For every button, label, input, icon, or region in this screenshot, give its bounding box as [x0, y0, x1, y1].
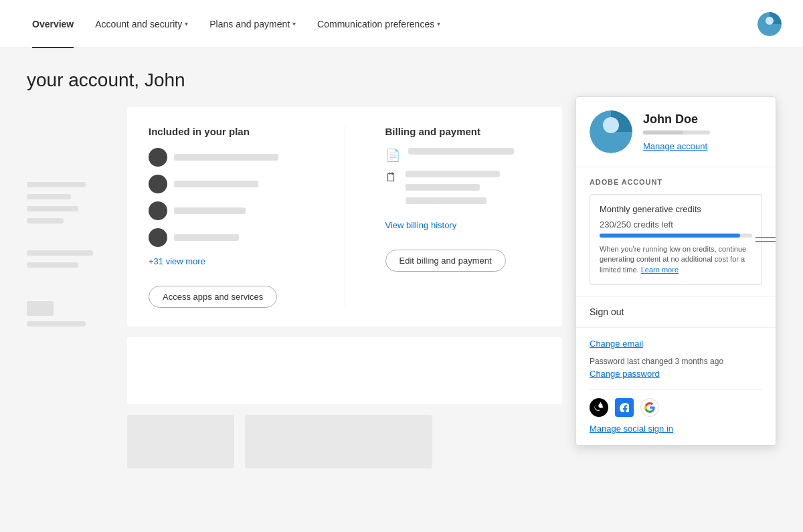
skeleton: [27, 194, 71, 199]
chevron-down-icon: ▾: [185, 20, 188, 27]
plan-item-1: [149, 148, 304, 167]
skeleton: [27, 206, 78, 211]
manage-account-link[interactable]: Manage account: [643, 141, 707, 151]
plan-billing-card: Included in your plan: [127, 107, 562, 327]
access-apps-button[interactable]: Access apps and services: [149, 286, 277, 308]
profile-progress-fill: [643, 130, 683, 135]
tab-account-security[interactable]: Account and security ▾: [84, 0, 199, 48]
side-panel: John Doe Manage account ADOBE ACCOUNT Mo…: [575, 96, 776, 446]
billing-item-2: 🗒: [385, 171, 541, 211]
left-sidebar: [27, 182, 100, 333]
skeleton: [27, 262, 78, 268]
plan-item-2: [149, 175, 304, 193]
plan-item-4: [149, 228, 304, 247]
svg-point-3: [603, 117, 619, 133]
skeleton-card: [245, 415, 432, 468]
manage-social-link[interactable]: Manage social sign in: [590, 424, 673, 434]
billing-section: Billing and payment 📄 🗒: [385, 126, 541, 308]
bottom-section: [127, 337, 562, 404]
profile-avatar: [590, 110, 632, 153]
user-name: John Doe: [643, 112, 710, 126]
adobe-section-title: ADOBE ACCOUNT: [590, 178, 762, 186]
billing-item-1: 📄: [385, 148, 541, 163]
plan-item-icon: [149, 201, 167, 220]
main-card-area: Included in your plan: [127, 107, 562, 468]
change-email-link[interactable]: Change email: [590, 339, 762, 349]
view-billing-history-link[interactable]: View billing history: [385, 220, 457, 230]
credits-progress-section: A B: [600, 234, 752, 238]
plan-item-icon: [149, 175, 167, 193]
credits-description: When you're running low on credits, cont…: [600, 244, 752, 275]
divider: [590, 389, 762, 390]
credits-progress-bg: [600, 234, 752, 238]
skeleton: [27, 218, 64, 224]
view-more-link[interactable]: +31 view more: [149, 256, 205, 266]
apple-icon: [590, 398, 608, 417]
section-divider: [345, 126, 345, 308]
profile-section: John Doe Manage account: [576, 97, 776, 167]
tab-plans-payment[interactable]: Plans and payment ▾: [199, 0, 306, 48]
plan-item-3: [149, 201, 304, 220]
skeleton: [27, 250, 93, 256]
skeleton-card: [127, 415, 234, 468]
social-icons: [590, 398, 762, 417]
plan-item-icon: [149, 148, 167, 167]
account-details-section: Change email Password last changed 3 mon…: [576, 328, 776, 445]
skeleton: [174, 181, 258, 187]
bottom-cards-row: [127, 415, 562, 468]
learn-more-link[interactable]: Learn more: [641, 266, 679, 274]
profile-progress-bg: [643, 130, 710, 135]
billing-icon-2: 🗒: [385, 171, 397, 185]
edit-billing-button[interactable]: Edit billing and payment: [385, 250, 506, 272]
skeleton: [406, 171, 501, 177]
skeleton: [408, 148, 515, 155]
facebook-icon: [615, 398, 634, 417]
google-icon: [640, 398, 659, 417]
skeleton: [406, 184, 480, 191]
page-title: your account, John: [27, 70, 776, 91]
tab-communication[interactable]: Communication preferences ▾: [306, 0, 451, 48]
main-content: your account, John Included in your plan: [0, 48, 803, 532]
annotation-b: B: [755, 236, 776, 246]
skeleton: [174, 154, 278, 161]
plan-section: Included in your plan: [149, 126, 304, 308]
password-info: Password last changed 3 months ago: [590, 357, 762, 366]
credits-title: Monthly generative credits: [600, 204, 752, 214]
card-row: Included in your plan: [149, 126, 541, 308]
change-password-link[interactable]: Change password: [590, 369, 762, 379]
credits-card: Monthly generative credits 230/250 credi…: [590, 194, 762, 285]
bottom-card-1: [127, 337, 562, 404]
annotation-line-b: [755, 241, 776, 242]
billing-icon-1: 📄: [385, 148, 400, 163]
skeleton: [406, 197, 487, 204]
nav-bar: Overview Account and security ▾ Plans an…: [0, 0, 803, 48]
credits-amount: 230/250 credits left: [600, 219, 752, 230]
tab-overview[interactable]: Overview: [21, 0, 84, 48]
skeleton: [27, 301, 54, 316]
credits-progress-fill: [600, 234, 740, 238]
sign-out-section: Sign out: [576, 296, 776, 328]
plan-item-icon: [149, 228, 167, 247]
svg-point-1: [766, 17, 774, 25]
adobe-account-section: ADOBE ACCOUNT Monthly generative credits…: [576, 167, 776, 296]
skeleton: [27, 321, 86, 327]
skeleton: [174, 234, 239, 241]
chevron-down-icon: ▾: [292, 20, 296, 27]
profile-info: John Doe Manage account: [643, 112, 710, 152]
billing-section-title: Billing and payment: [385, 126, 541, 137]
sign-out-button[interactable]: Sign out: [590, 306, 624, 317]
chevron-down-icon: ▾: [437, 20, 440, 27]
skeleton: [27, 182, 86, 187]
skeleton: [174, 207, 246, 214]
plan-section-title: Included in your plan: [149, 126, 304, 137]
user-avatar[interactable]: [757, 12, 782, 36]
